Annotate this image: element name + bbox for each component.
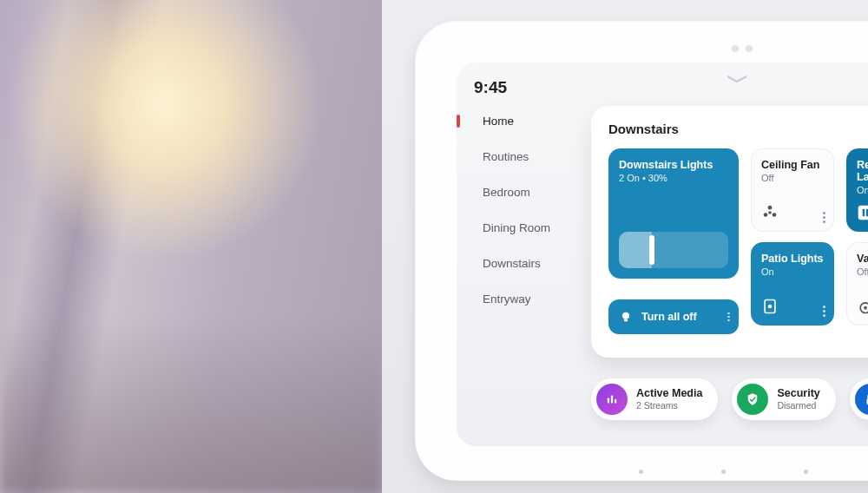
pill-label: Active Media xyxy=(636,388,702,400)
sidebar-item-bedroom[interactable]: Bedroom xyxy=(474,186,591,199)
brightness-slider[interactable] xyxy=(619,232,728,268)
svg-rect-13 xyxy=(608,398,609,404)
svg-rect-9 xyxy=(863,209,865,216)
tile-reading-lamp[interactable]: ReadingLamp On xyxy=(846,148,868,232)
tile-title: ReadingLamp xyxy=(857,159,868,183)
tile-status: On xyxy=(857,185,868,195)
tile-title: Downstairs Lights xyxy=(619,159,728,171)
tile-patio-lights[interactable]: Patio Lights On xyxy=(751,242,834,325)
tile-status: 2 On • 30% xyxy=(619,173,728,183)
svg-point-12 xyxy=(864,306,867,310)
clock-time: 9:45 xyxy=(474,78,868,97)
camera-sensor xyxy=(728,40,780,49)
svg-rect-15 xyxy=(615,399,616,404)
svg-rect-14 xyxy=(611,396,613,404)
svg-point-5 xyxy=(773,213,777,217)
kebab-icon[interactable] xyxy=(727,312,730,321)
pause-icon xyxy=(857,204,868,221)
pill-locks[interactable]: Locks All Locked xyxy=(850,378,868,420)
tile-status: Off xyxy=(761,173,824,183)
svg-rect-1 xyxy=(624,319,628,322)
svg-point-4 xyxy=(764,213,768,217)
device-bezel: 9:45 Home Routines Bedroom Dining Room D… xyxy=(415,21,868,481)
sidebar-item-home[interactable]: Home xyxy=(474,115,591,128)
sidebar-nav: Home Routines Bedroom Dining Room Downst… xyxy=(474,109,591,441)
tile-status: Off xyxy=(857,266,868,277)
device-screen: 9:45 Home Routines Bedroom Dining Room D… xyxy=(457,62,868,446)
pill-active-media[interactable]: Active Media 2 Streams xyxy=(591,378,718,420)
pill-label: Security xyxy=(777,388,819,400)
sidebar-item-downstairs[interactable]: Downstairs xyxy=(474,257,591,270)
pill-sub: 2 Streams xyxy=(636,400,702,411)
tile-vacuum[interactable]: Vacuum Off xyxy=(846,242,868,325)
kebab-icon[interactable] xyxy=(823,306,825,317)
device-side: 9:45 Home Routines Bedroom Dining Room D… xyxy=(382,0,868,493)
tile-title: Ceiling Fan xyxy=(761,159,824,171)
panel-title: Downstairs xyxy=(608,122,868,136)
tile-title: Patio Lights xyxy=(761,253,824,265)
pill-security[interactable]: Security Disarmed xyxy=(732,378,835,420)
pill-sub: Disarmed xyxy=(777,400,819,411)
ambient-photo xyxy=(0,0,382,493)
lock-icon xyxy=(855,384,868,415)
kebab-icon[interactable] xyxy=(823,212,825,223)
tile-title: Vacuum xyxy=(857,253,868,265)
chevron-down-icon[interactable] xyxy=(726,75,748,83)
quick-pills-row: Active Media 2 Streams Security Disarmed xyxy=(591,378,868,420)
svg-point-0 xyxy=(622,312,629,319)
tile-downstairs-lights[interactable]: Downstairs Lights 2 On • 30% xyxy=(608,148,739,279)
sidebar-item-entryway[interactable]: Entryway xyxy=(474,293,591,306)
svg-point-3 xyxy=(768,206,773,210)
svg-point-2 xyxy=(768,211,772,214)
sidebar-item-dining-room[interactable]: Dining Room xyxy=(474,221,591,234)
hardware-dots xyxy=(448,470,868,474)
light-panel-icon xyxy=(761,298,824,315)
vacuum-icon xyxy=(857,298,868,315)
svg-point-7 xyxy=(769,306,772,308)
shield-icon xyxy=(737,384,768,415)
tile-ceiling-fan[interactable]: Ceiling Fan Off xyxy=(751,148,834,232)
tile-status: On xyxy=(761,266,824,277)
turn-all-off-button[interactable]: Turn all off xyxy=(608,299,739,334)
room-panel: Downstairs Downstairs Lights 2 On • 30% xyxy=(591,106,868,358)
sidebar-item-routines[interactable]: Routines xyxy=(474,150,591,163)
bulb-icon xyxy=(619,310,633,324)
fan-icon xyxy=(761,204,824,221)
turn-all-off-label: Turn all off xyxy=(641,311,697,323)
media-icon xyxy=(596,384,628,415)
